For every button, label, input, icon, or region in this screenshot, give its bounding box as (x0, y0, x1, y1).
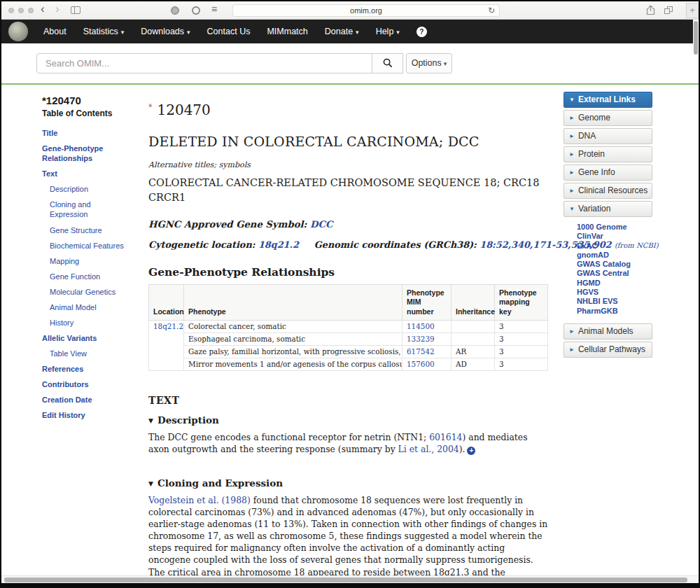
variation-link-1000-genome[interactable]: 1000 Genome (577, 223, 652, 232)
zoom-window-icon[interactable] (28, 8, 34, 13)
collapsed-triangle-icon: ► (569, 188, 575, 194)
external-links-clinical-resources[interactable]: ►Clinical Resources (564, 183, 652, 199)
toc-item-title[interactable]: Title (42, 128, 140, 138)
external-links-variation[interactable]: ▼Variation (564, 201, 652, 217)
toc-item-text[interactable]: Text (42, 169, 140, 178)
reading-list-icon[interactable]: ≡ (211, 4, 217, 15)
toc-item-biochemical-features[interactable]: Biochemical Features (50, 241, 127, 251)
collapse-triangle-icon: ▼ (148, 417, 153, 424)
toc-item-description[interactable]: Description (50, 184, 127, 194)
toc-item-mapping[interactable]: Mapping (50, 256, 127, 266)
expanded-triangle-icon: ▼ (569, 97, 575, 103)
back-button[interactable]: ‹ (41, 2, 45, 16)
close-window-icon[interactable] (8, 8, 14, 13)
help-icon[interactable]: ? (416, 27, 427, 37)
toc-item-edit-history[interactable]: Edit History (42, 410, 140, 420)
text-section-heading: TEXT (148, 395, 549, 406)
collapsed-triangle-icon: ► (569, 115, 575, 121)
sidebar-toggle-icon[interactable] (71, 6, 80, 14)
variation-link-hgmd[interactable]: HGMD (577, 279, 652, 288)
nav-item-donate[interactable]: Donate▾ (316, 27, 368, 36)
variation-link-pharmgkb[interactable]: PharmGKB (577, 307, 652, 316)
entry-title: DELETED IN COLORECTAL CARCINOMA; DCC (148, 134, 549, 149)
mapping-key-cell: 3 (495, 345, 548, 358)
toc-item-table-view[interactable]: Table View (50, 349, 127, 358)
phenotype-cell: Gaze palsy, familial horizontal, with pr… (184, 345, 402, 358)
extension-icon[interactable] (171, 6, 179, 15)
variation-link-hgvs[interactable]: HGVS (577, 288, 652, 297)
toc-item-molecular-genetics[interactable]: Molecular Genetics (50, 287, 127, 297)
extension-icon[interactable] (192, 6, 200, 15)
tabs-overview-icon[interactable] (664, 6, 673, 14)
variation-links: 1000 Genome ClinVar ExAC gnomAD GWAS Cat… (564, 219, 652, 321)
toc-item-gene-phenotype-relationships[interactable]: Gene-Phenotype Relationships (42, 144, 140, 163)
horizontal-scrollbar[interactable] (1, 575, 699, 583)
nav-item-mimmatch[interactable]: MIMmatch (258, 27, 316, 36)
inheritance-cell (451, 320, 495, 332)
mim-number-link[interactable]: 114500 (407, 322, 435, 330)
share-icon[interactable] (646, 5, 655, 18)
nav-item-statistics[interactable]: Statistics▾ (75, 27, 133, 36)
options-button[interactable]: Options▾ (406, 53, 452, 74)
toc-item-gene-function[interactable]: Gene Function (50, 272, 127, 281)
horizontal-scrollbar-thumb[interactable] (4, 578, 687, 582)
location-link[interactable]: 18q21.2 (153, 322, 183, 330)
new-tab-button[interactable]: + (686, 3, 699, 18)
external-links-gene-info[interactable]: ►Gene Info (564, 164, 652, 181)
toc-item-contributors[interactable]: Contributors (42, 379, 140, 389)
citation-link[interactable]: Li et al., 2004 (398, 444, 459, 454)
nav-item-downloads[interactable]: Downloads▾ (132, 27, 198, 36)
mim-number-link[interactable]: 157600 (407, 360, 435, 368)
external-links-dna[interactable]: ►DNA (564, 128, 652, 144)
cytogenetic-location-link[interactable]: 18q21.2 (258, 239, 299, 250)
variation-link-clinvar[interactable]: ClinVar (577, 232, 652, 241)
citation-link[interactable]: Vogelstein et al. (1988) (148, 495, 251, 505)
alternative-title: CRCR1 (148, 191, 549, 204)
external-links-cellular-pathways[interactable]: ►Cellular Pathways (564, 342, 652, 358)
gene-phenotype-table: Location Phenotype Phenotype MIM number … (148, 284, 548, 370)
cloning-expression-heading[interactable]: ▼Cloning and Expression (148, 477, 549, 489)
chevron-down-icon: ▾ (396, 29, 400, 36)
mim-number-cell: 157600 (402, 358, 451, 370)
address-bar[interactable]: omim.org ↻ (232, 4, 500, 17)
mim-number-link[interactable]: 617542 (407, 347, 435, 356)
mim-number-link[interactable]: 133239 (407, 335, 435, 343)
variation-link-gwas-catalog[interactable]: GWAS Catalog (577, 260, 652, 269)
expand-reference-icon[interactable]: + (467, 447, 475, 455)
toc-heading: Table of Contents (42, 108, 148, 118)
minimize-window-icon[interactable] (18, 8, 24, 13)
external-links-genome[interactable]: ►Genome (564, 110, 652, 126)
nav-item-help[interactable]: Help▾ (368, 27, 408, 36)
mim-number: 120470 (157, 102, 210, 118)
external-links-header[interactable]: ▼External Links (564, 92, 652, 108)
toc-item-cloning-and-expression[interactable]: Cloning and Expression (50, 200, 127, 219)
search-input[interactable] (36, 53, 372, 74)
vertical-scrollbar-thumb[interactable] (694, 21, 698, 55)
chevron-down-icon: ▾ (121, 29, 125, 36)
variation-link-exac[interactable]: ExAC (577, 241, 652, 251)
toc-item-allelic-variants[interactable]: Allelic Variants (42, 333, 140, 343)
nav-item-contact-us[interactable]: Contact Us (199, 27, 259, 36)
reload-icon[interactable]: ↻ (488, 5, 495, 16)
variation-link-gnomad[interactable]: gnomAD (577, 251, 652, 260)
table-of-contents: *120470 Table of Contents Title Gene-Phe… (42, 94, 148, 426)
mim-reference-link[interactable]: 601614 (429, 432, 462, 442)
nav-item-about[interactable]: About (35, 27, 75, 36)
search-button[interactable] (372, 53, 403, 74)
toc-item-creation-date[interactable]: Creation Date (42, 395, 140, 405)
toc-item-animal-model[interactable]: Animal Model (50, 302, 127, 312)
toc-item-gene-structure[interactable]: Gene Structure (50, 225, 127, 235)
entry-main: *120470 DELETED IN COLORECTAL CARCINOMA;… (148, 94, 549, 588)
variation-link-gwas-central[interactable]: GWAS Central (577, 269, 652, 278)
external-links-protein[interactable]: ►Protein (564, 146, 652, 162)
omim-logo-icon[interactable] (8, 22, 28, 41)
hgnc-symbol-link[interactable]: DCC (310, 219, 332, 230)
window-controls (8, 8, 34, 13)
chevron-down-icon: ▾ (444, 60, 447, 67)
toc-item-references[interactable]: References (42, 364, 140, 374)
description-heading[interactable]: ▼Description (148, 414, 549, 426)
external-links-animal-models[interactable]: ►Animal Models (564, 323, 652, 340)
forward-button[interactable]: › (55, 2, 59, 16)
toc-item-history[interactable]: History (50, 318, 127, 328)
variation-link-nhlbi-evs[interactable]: NHLBI EVS (577, 297, 652, 306)
